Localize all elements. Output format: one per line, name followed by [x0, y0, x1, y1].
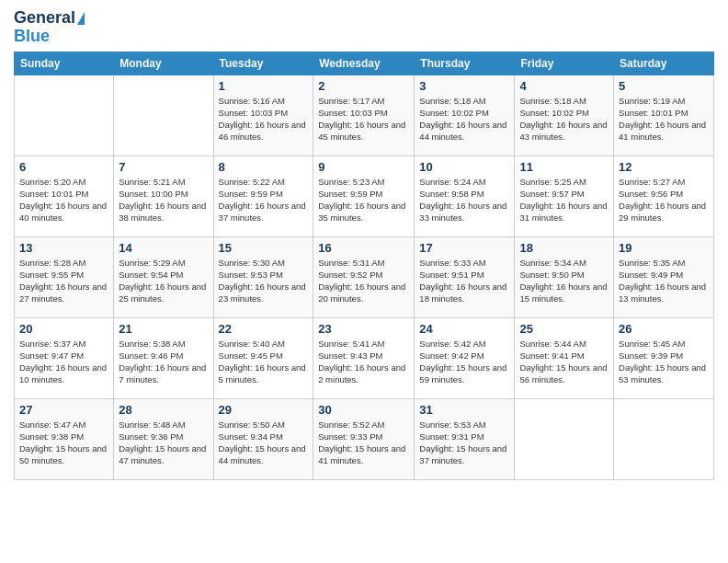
- day-info: Sunrise: 5:18 AMSunset: 10:02 PMDaylight…: [519, 95, 609, 144]
- logo-text-general: General: [14, 9, 75, 28]
- calendar-cell: 18Sunrise: 5:34 AMSunset: 9:50 PMDayligh…: [515, 236, 614, 317]
- day-info: Sunrise: 5:24 AMSunset: 9:58 PMDaylight:…: [419, 176, 509, 224]
- day-number: 2: [318, 79, 409, 93]
- day-info: Sunrise: 5:53 AMSunset: 9:31 PMDaylight:…: [419, 419, 509, 467]
- calendar-cell: [614, 398, 714, 479]
- calendar-cell: 13Sunrise: 5:28 AMSunset: 9:55 PMDayligh…: [15, 236, 114, 317]
- day-info: Sunrise: 5:16 AMSunset: 10:03 PMDaylight…: [219, 95, 309, 144]
- calendar-cell: 7Sunrise: 5:21 AMSunset: 10:00 PMDayligh…: [114, 155, 213, 236]
- day-number: 29: [219, 403, 309, 417]
- weekday-header: Friday: [515, 52, 614, 75]
- day-number: 27: [19, 403, 108, 417]
- day-number: 28: [119, 403, 208, 417]
- calendar-cell: 22Sunrise: 5:40 AMSunset: 9:45 PMDayligh…: [213, 317, 313, 398]
- weekday-row: SundayMondayTuesdayWednesdayThursdayFrid…: [15, 52, 714, 75]
- day-info: Sunrise: 5:19 AMSunset: 10:01 PMDaylight…: [619, 95, 709, 144]
- logo-text-blue: Blue: [14, 28, 50, 46]
- weekday-header: Wednesday: [313, 52, 415, 75]
- day-info: Sunrise: 5:44 AMSunset: 9:41 PMDaylight:…: [519, 338, 609, 386]
- day-info: Sunrise: 5:45 AMSunset: 9:39 PMDaylight:…: [619, 338, 709, 386]
- day-info: Sunrise: 5:38 AMSunset: 9:46 PMDaylight:…: [119, 338, 208, 386]
- day-info: Sunrise: 5:48 AMSunset: 9:36 PMDaylight:…: [119, 419, 208, 467]
- calendar-cell: 29Sunrise: 5:50 AMSunset: 9:34 PMDayligh…: [213, 398, 313, 479]
- day-number: 15: [219, 241, 309, 255]
- day-info: Sunrise: 5:41 AMSunset: 9:43 PMDaylight:…: [318, 338, 409, 386]
- calendar-cell: 20Sunrise: 5:37 AMSunset: 9:47 PMDayligh…: [15, 317, 114, 398]
- day-number: 18: [519, 241, 609, 255]
- day-info: Sunrise: 5:31 AMSunset: 9:52 PMDaylight:…: [318, 257, 409, 305]
- day-number: 17: [419, 241, 509, 255]
- calendar-cell: 14Sunrise: 5:29 AMSunset: 9:54 PMDayligh…: [114, 236, 213, 317]
- calendar-cell: [515, 398, 614, 479]
- calendar-body: 1Sunrise: 5:16 AMSunset: 10:03 PMDayligh…: [15, 75, 714, 479]
- weekday-header: Saturday: [614, 52, 714, 75]
- day-number: 24: [419, 322, 509, 336]
- weekday-header: Monday: [114, 52, 213, 75]
- calendar-cell: [114, 75, 213, 155]
- calendar-cell: [15, 75, 114, 155]
- day-info: Sunrise: 5:52 AMSunset: 9:33 PMDaylight:…: [318, 419, 409, 467]
- day-info: Sunrise: 5:37 AMSunset: 9:47 PMDaylight:…: [19, 338, 108, 386]
- day-info: Sunrise: 5:21 AMSunset: 10:00 PMDaylight…: [119, 176, 208, 224]
- calendar-cell: 19Sunrise: 5:35 AMSunset: 9:49 PMDayligh…: [614, 236, 714, 317]
- calendar-header: SundayMondayTuesdayWednesdayThursdayFrid…: [15, 52, 714, 75]
- calendar-cell: 28Sunrise: 5:48 AMSunset: 9:36 PMDayligh…: [114, 398, 213, 479]
- page: General Blue SundayMondayTuesdayWednesda…: [0, 0, 728, 489]
- day-number: 16: [318, 241, 409, 255]
- calendar-cell: 16Sunrise: 5:31 AMSunset: 9:52 PMDayligh…: [313, 236, 415, 317]
- day-info: Sunrise: 5:22 AMSunset: 9:59 PMDaylight:…: [219, 176, 309, 224]
- day-info: Sunrise: 5:30 AMSunset: 9:53 PMDaylight:…: [219, 257, 309, 305]
- calendar-cell: 12Sunrise: 5:27 AMSunset: 9:56 PMDayligh…: [614, 155, 714, 236]
- day-number: 4: [519, 79, 609, 93]
- day-info: Sunrise: 5:29 AMSunset: 9:54 PMDaylight:…: [119, 257, 208, 305]
- day-info: Sunrise: 5:40 AMSunset: 9:45 PMDaylight:…: [219, 338, 309, 386]
- day-info: Sunrise: 5:34 AMSunset: 9:50 PMDaylight:…: [519, 257, 609, 305]
- calendar-cell: 21Sunrise: 5:38 AMSunset: 9:46 PMDayligh…: [114, 317, 213, 398]
- calendar-cell: 17Sunrise: 5:33 AMSunset: 9:51 PMDayligh…: [415, 236, 515, 317]
- calendar-cell: 5Sunrise: 5:19 AMSunset: 10:01 PMDayligh…: [614, 75, 714, 155]
- calendar-cell: 30Sunrise: 5:52 AMSunset: 9:33 PMDayligh…: [313, 398, 415, 479]
- calendar-cell: 4Sunrise: 5:18 AMSunset: 10:02 PMDayligh…: [515, 75, 614, 155]
- day-info: Sunrise: 5:18 AMSunset: 10:02 PMDaylight…: [419, 95, 509, 144]
- calendar-cell: 3Sunrise: 5:18 AMSunset: 10:02 PMDayligh…: [415, 75, 515, 155]
- day-info: Sunrise: 5:33 AMSunset: 9:51 PMDaylight:…: [419, 257, 509, 305]
- day-number: 1: [219, 79, 309, 93]
- logo: General Blue: [14, 9, 85, 46]
- calendar-week-row: 13Sunrise: 5:28 AMSunset: 9:55 PMDayligh…: [15, 236, 714, 317]
- day-info: Sunrise: 5:50 AMSunset: 9:34 PMDaylight:…: [219, 419, 309, 467]
- logo-triangle-icon: [77, 12, 85, 25]
- calendar-week-row: 6Sunrise: 5:20 AMSunset: 10:01 PMDayligh…: [15, 155, 714, 236]
- header: General Blue: [14, 9, 714, 46]
- day-number: 6: [19, 160, 108, 174]
- day-number: 12: [619, 160, 709, 174]
- day-number: 25: [519, 322, 609, 336]
- calendar-week-row: 27Sunrise: 5:47 AMSunset: 9:38 PMDayligh…: [15, 398, 714, 479]
- calendar-cell: 26Sunrise: 5:45 AMSunset: 9:39 PMDayligh…: [614, 317, 714, 398]
- day-number: 3: [419, 79, 509, 93]
- day-info: Sunrise: 5:27 AMSunset: 9:56 PMDaylight:…: [619, 176, 709, 224]
- calendar-cell: 10Sunrise: 5:24 AMSunset: 9:58 PMDayligh…: [415, 155, 515, 236]
- day-info: Sunrise: 5:28 AMSunset: 9:55 PMDaylight:…: [19, 257, 108, 305]
- calendar-cell: 8Sunrise: 5:22 AMSunset: 9:59 PMDaylight…: [213, 155, 313, 236]
- day-number: 9: [318, 160, 409, 174]
- calendar-cell: 27Sunrise: 5:47 AMSunset: 9:38 PMDayligh…: [15, 398, 114, 479]
- day-number: 21: [119, 322, 208, 336]
- day-number: 8: [219, 160, 309, 174]
- day-info: Sunrise: 5:20 AMSunset: 10:01 PMDaylight…: [19, 176, 108, 224]
- weekday-header: Tuesday: [213, 52, 313, 75]
- day-number: 13: [19, 241, 108, 255]
- day-info: Sunrise: 5:17 AMSunset: 10:03 PMDaylight…: [318, 95, 409, 144]
- calendar-cell: 1Sunrise: 5:16 AMSunset: 10:03 PMDayligh…: [213, 75, 313, 155]
- day-info: Sunrise: 5:23 AMSunset: 9:59 PMDaylight:…: [318, 176, 409, 224]
- calendar-cell: 2Sunrise: 5:17 AMSunset: 10:03 PMDayligh…: [313, 75, 415, 155]
- calendar-cell: 15Sunrise: 5:30 AMSunset: 9:53 PMDayligh…: [213, 236, 313, 317]
- day-number: 31: [419, 403, 509, 417]
- calendar-cell: 31Sunrise: 5:53 AMSunset: 9:31 PMDayligh…: [415, 398, 515, 479]
- day-number: 14: [119, 241, 208, 255]
- day-info: Sunrise: 5:25 AMSunset: 9:57 PMDaylight:…: [519, 176, 609, 224]
- day-number: 10: [419, 160, 509, 174]
- day-number: 11: [519, 160, 609, 174]
- day-number: 19: [619, 241, 709, 255]
- calendar-week-row: 20Sunrise: 5:37 AMSunset: 9:47 PMDayligh…: [15, 317, 714, 398]
- day-number: 23: [318, 322, 409, 336]
